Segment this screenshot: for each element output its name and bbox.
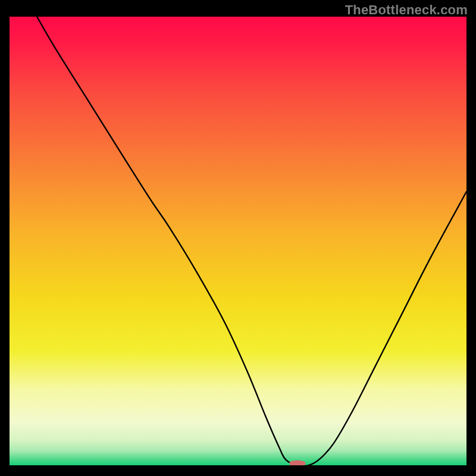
plot-area [10, 17, 466, 465]
watermark-text: TheBottleneck.com [345, 2, 468, 18]
chart-frame: TheBottleneck.com [0, 0, 476, 476]
bottleneck-chart [10, 17, 466, 465]
